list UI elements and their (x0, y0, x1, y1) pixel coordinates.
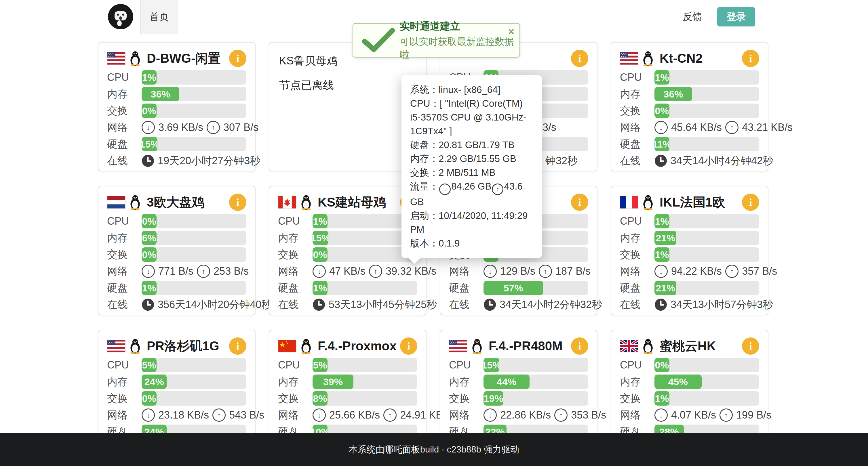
tooltip-row-4: 交换：2 MB/511 MB (410, 166, 533, 179)
tooltip-row-5: 流量：↓84.26 GB↑43.6 GB (410, 179, 533, 209)
cpu-bar-fill: 1% (142, 70, 157, 85)
tooltip-row-value: 2.29 GB/15.55 GB (439, 153, 516, 164)
network-label: 网络 (278, 408, 313, 422)
flag-ca-icon (278, 196, 297, 208)
swap-bar-track: 8% (313, 391, 417, 406)
network-value: ↓771 B/s↑253 B/s (142, 265, 249, 278)
disk-bar-fill: 1% (313, 281, 328, 295)
server-card-header: D-BWG-闲置i (107, 49, 246, 68)
upload-arrow-icon: ↑ (725, 265, 739, 278)
info-icon[interactable]: i (571, 194, 588, 211)
network-value: ↓45.64 KB/s↑43.21 KB/s (654, 121, 793, 134)
cpu-bar-track: 0% (654, 358, 759, 372)
uptime-row: 在线356天14小时20分钟40秒 (107, 297, 246, 312)
realtime-toast: 实时通道建立 可以实时获取最新监控数据啦 × (352, 23, 520, 58)
disk-row: 硬盘11% (620, 137, 759, 151)
upload-arrow-icon: ↑ (383, 408, 397, 422)
mem-row: 内存15% (278, 231, 417, 245)
swap-label: 交换 (620, 248, 654, 262)
cpu-bar-fill: 1% (654, 214, 670, 228)
upload-speed: 543 B/s (229, 409, 264, 421)
network-label: 网络 (278, 264, 313, 278)
cpu-row: CPU1% (107, 70, 246, 85)
toast-title: 实时通道建立 (400, 20, 520, 33)
swap-bar-fill: 0% (142, 247, 157, 262)
flag-fr-icon (620, 196, 638, 208)
swap-bar-track: 1% (654, 247, 759, 262)
info-icon[interactable]: i (571, 337, 588, 355)
disk-row: 硬盘57% (449, 281, 588, 295)
info-icon[interactable]: i (400, 337, 417, 355)
linux-os-icon (129, 195, 142, 210)
disk-bar-fill: 1% (142, 281, 157, 295)
cpu-bar-track: 15% (484, 358, 588, 372)
download-speed: 4.07 KB/s (671, 409, 716, 421)
feedback-link[interactable]: 反馈 (678, 0, 707, 34)
info-icon[interactable]: i (742, 194, 759, 211)
uptime-value: 34天13小时57分钟3秒 (654, 298, 773, 312)
footer-text-suffix: build · c23b88b 强力驱动 (420, 443, 520, 456)
disk-row: 硬盘1% (107, 281, 246, 295)
linux-os-icon (642, 51, 655, 66)
upload-speed: 357 B/s (742, 265, 777, 277)
info-icon[interactable]: i (229, 337, 246, 355)
info-icon[interactable]: i (742, 50, 759, 67)
disk-label: 硬盘 (107, 281, 142, 295)
login-button[interactable]: 登录 (717, 7, 755, 27)
mem-bar-fill: 6% (142, 231, 157, 245)
info-icon[interactable]: i (229, 194, 246, 211)
download-arrow-icon: ↓ (484, 408, 497, 422)
upload-speed: 199 B/s (736, 409, 771, 421)
tooltip-row-label: CPU： (410, 98, 440, 109)
server-name: 3欧大盘鸡 (147, 194, 204, 211)
swap-label: 交换 (620, 104, 654, 118)
swap-label: 交换 (620, 392, 654, 406)
cpu-label: CPU (107, 359, 142, 371)
cpu-label: CPU (620, 359, 654, 371)
mem-bar-track: 21% (654, 231, 759, 245)
info-icon[interactable]: i (742, 337, 759, 355)
download-speed: 22.86 KB/s (500, 409, 551, 421)
toast-close-icon[interactable]: × (508, 27, 514, 37)
upload-arrow-icon: ↑ (369, 265, 382, 278)
download-arrow-icon: ↓ (484, 265, 497, 278)
uptime-label: 在线 (107, 298, 142, 312)
site-logo[interactable] (107, 4, 133, 30)
mem-label: 内存 (278, 231, 313, 245)
cpu-label: CPU (278, 215, 313, 227)
network-row: 网络↓23.18 KB/s↑543 B/s (107, 408, 246, 422)
flag-gb-icon (620, 340, 638, 353)
uptime-label: 在线 (449, 298, 484, 312)
info-icon[interactable]: i (571, 50, 588, 67)
swap-bar-track: 0% (654, 104, 759, 118)
toast-message: 可以实时获取最新监控数据啦 (400, 35, 520, 61)
uptime-text: 356天14小时20分钟40秒 (158, 298, 272, 312)
cpu-bar-track: 5% (142, 358, 246, 372)
download-speed: 45.64 KB/s (671, 122, 722, 133)
cpu-label: CPU (107, 215, 142, 227)
info-icon[interactable]: i (229, 50, 246, 67)
cpu-bar-fill: 15% (484, 358, 499, 372)
disk-bar-fill: 11% (654, 137, 670, 151)
linux-os-icon (300, 195, 313, 210)
mem-bar-track: 45% (654, 374, 759, 389)
download-arrow-icon: ↓ (439, 184, 451, 195)
cpu-bar-fill: 0% (142, 214, 157, 228)
mem-label: 内存 (620, 231, 654, 245)
offline-message: 节点已离线 (279, 78, 417, 93)
swap-row: 交换0% (278, 247, 417, 262)
upload-speed: 43.21 KB/s (742, 122, 793, 133)
tab-home[interactable]: 首页 (140, 0, 178, 34)
tooltip-row-1: CPU：[ "Intel(R) Core(TM) i5-3570S CPU @ … (410, 97, 533, 138)
cpu-bar-fill: 1% (313, 214, 328, 228)
swap-bar-track: 0% (142, 391, 246, 406)
footer-panel-link[interactable]: 哪吒面板 (384, 443, 420, 456)
swap-bar-track: 0% (142, 247, 246, 262)
network-label: 网络 (620, 121, 654, 135)
mem-label: 内存 (449, 375, 484, 389)
mem-row: 内存24% (107, 374, 246, 389)
cpu-bar-track: 1% (654, 70, 759, 85)
swap-label: 交换 (107, 248, 142, 262)
download-arrow-icon: ↓ (142, 408, 155, 422)
cpu-bar-track: 1% (142, 70, 246, 85)
